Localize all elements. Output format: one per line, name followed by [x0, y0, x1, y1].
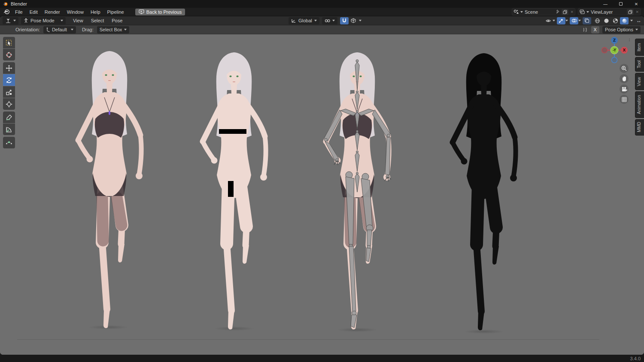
3d-viewport-canvas[interactable]: Z X -Y — [0, 34, 644, 355]
xray-toggle[interactable] — [583, 17, 591, 24]
pivot-point-selector[interactable] — [322, 17, 337, 24]
pose-options-label: Pose Options — [605, 27, 633, 32]
view-layer-icon — [580, 9, 585, 14]
tool-scale[interactable] — [3, 86, 15, 98]
pivot-point-icon — [325, 18, 330, 23]
scene-selector[interactable]: Scene ✕ — [512, 8, 575, 15]
view-layer-name: ViewLayer — [591, 9, 625, 15]
minimize-button[interactable]: — — [598, 0, 613, 8]
menu-view[interactable]: View — [69, 18, 87, 23]
transform-icon — [6, 101, 12, 108]
duplicate-icon — [628, 10, 632, 14]
camera-view-button[interactable] — [620, 84, 629, 94]
orientation-setting-dropdown[interactable]: Default — [43, 26, 76, 33]
new-scene-button[interactable] — [562, 9, 568, 15]
view-layer-selector[interactable]: ViewLayer ✕ — [578, 8, 641, 15]
tool-move[interactable] — [3, 62, 15, 74]
snap-chevron-icon — [359, 20, 361, 21]
pose-mode-icon — [24, 18, 28, 23]
gizmo-axis-negx[interactable] — [602, 48, 608, 53]
shading-solid-button[interactable] — [602, 17, 611, 24]
tool-transform[interactable] — [3, 98, 15, 110]
model-figure-textured-censored[interactable] — [203, 52, 267, 329]
tab-tool[interactable]: Tool — [635, 57, 644, 72]
unlink-scene-button[interactable]: ✕ — [570, 10, 574, 14]
tab-item[interactable]: Item — [635, 39, 644, 56]
select-box-icon — [6, 39, 12, 46]
model-figure-wireframe[interactable] — [453, 53, 517, 330]
duplicate-icon — [563, 10, 567, 14]
back-to-previous-button[interactable]: Back to Previous — [135, 9, 185, 15]
zoom-button[interactable] — [620, 64, 629, 73]
snap-toggle[interactable] — [340, 17, 349, 24]
pin-icon[interactable] — [556, 9, 560, 14]
menu-pipeline[interactable]: Pipeline — [104, 9, 128, 15]
toggle-grid-button[interactable] — [620, 95, 629, 104]
tool-pose-breakdowner[interactable] — [3, 137, 15, 148]
snap-target-selector[interactable] — [349, 17, 358, 24]
drag-setting-dropdown[interactable]: Select Box — [97, 26, 130, 33]
transform-orientation-selector[interactable]: Global — [289, 17, 319, 24]
tool-cursor[interactable] — [3, 49, 15, 60]
editor-type-chevron-icon — [13, 20, 16, 21]
pose-options-chevron-icon — [635, 29, 638, 30]
menu-select[interactable]: Select — [87, 18, 108, 23]
menu-help[interactable]: Help — [87, 9, 104, 15]
gizmo-axis-negz[interactable] — [612, 57, 617, 63]
editor-type-selector[interactable] — [3, 17, 18, 24]
menu-pose[interactable]: Pose — [108, 18, 126, 23]
pose-options-dropdown[interactable]: Pose Options — [602, 26, 641, 33]
pan-button[interactable] — [620, 74, 629, 83]
blender-menu-logo-icon — [3, 9, 10, 15]
3d-viewport-editor: Pose Mode View Select Pose Global — [0, 16, 644, 355]
drag-setting-value: Select Box — [100, 27, 122, 32]
swap-regions-icon[interactable]: ↔ — [636, 18, 641, 24]
menu-window[interactable]: Window — [64, 9, 87, 15]
magnet-icon — [342, 18, 347, 23]
grid-icon — [622, 97, 627, 102]
menu-file[interactable]: File — [12, 9, 26, 15]
tool-select-box[interactable] — [3, 37, 15, 48]
snap-cube-icon — [351, 18, 356, 23]
tab-view[interactable]: View — [635, 73, 644, 90]
orientation-setting-label: Orientation: — [15, 27, 40, 32]
back-to-previous-label: Back to Previous — [146, 9, 182, 15]
solid-sphere-icon — [604, 18, 609, 24]
orientation-axes-icon — [291, 18, 296, 23]
hand-icon — [621, 76, 627, 81]
wireframe-sphere-icon — [595, 18, 600, 24]
navigation-gizmo[interactable]: Z X -Y — [600, 36, 629, 64]
maximize-button[interactable] — [613, 0, 629, 8]
gizmo-z-label: Z — [613, 38, 616, 42]
shading-material-button[interactable] — [611, 17, 620, 24]
version-label: 3.4.0 — [630, 356, 641, 361]
material-sphere-icon — [613, 18, 618, 24]
model-figure-textured-clothed[interactable] — [78, 51, 143, 328]
remove-view-layer-button[interactable]: ✕ — [635, 10, 639, 14]
tool-rotate[interactable] — [3, 74, 15, 86]
tool-measure[interactable] — [3, 124, 15, 135]
show-object-types-button[interactable] — [544, 17, 553, 24]
menu-render[interactable]: Render — [41, 9, 64, 15]
shading-rendered-button[interactable] — [620, 17, 629, 24]
new-view-layer-button[interactable] — [627, 9, 634, 15]
status-bar: 3.4.0 — [0, 355, 644, 362]
rotate-icon — [6, 77, 12, 84]
shading-wireframe-button[interactable] — [593, 17, 601, 24]
measure-icon — [6, 126, 12, 133]
close-button[interactable]: ✕ — [629, 0, 644, 8]
camera-icon — [621, 87, 627, 92]
visibility-eye-icon — [546, 18, 551, 23]
shading-chevron-icon — [630, 20, 633, 21]
tool-annotate[interactable] — [3, 112, 15, 123]
mode-selector[interactable]: Pose Mode — [21, 17, 66, 24]
title-bar: Blender — ✕ — [0, 0, 644, 8]
show-overlays-toggle[interactable] — [570, 17, 578, 24]
tab-mmd[interactable]: MMD — [635, 119, 644, 136]
xray-icon — [584, 18, 589, 23]
tab-animation[interactable]: Animation — [635, 91, 644, 118]
show-gizmo-toggle[interactable] — [557, 17, 565, 24]
menu-edit[interactable]: Edit — [26, 9, 41, 15]
clear-button[interactable]: X — [591, 26, 599, 33]
censor-bar-horizontal — [219, 129, 246, 134]
